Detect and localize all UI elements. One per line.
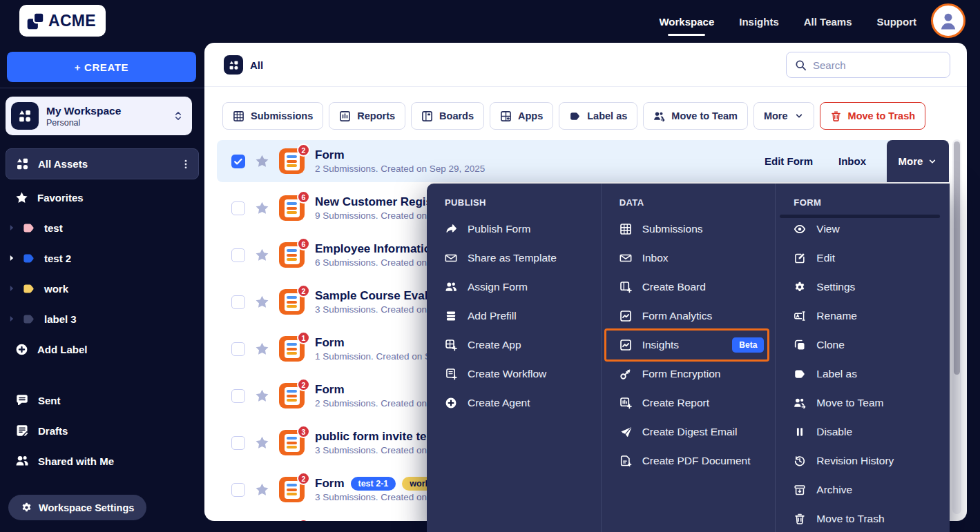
star-icon[interactable]	[255, 201, 269, 215]
menu-item-create-app[interactable]: Create App	[427, 331, 601, 359]
star-icon[interactable]	[255, 482, 269, 497]
caret-right-icon[interactable]	[7, 314, 17, 324]
menu-item-clone[interactable]: Clone	[776, 331, 950, 359]
menu-item-publish-form[interactable]: Publish Form	[427, 215, 601, 244]
sidebar-item-sent[interactable]: Sent	[6, 385, 199, 415]
sidebar-item-label-3[interactable]: label 3	[6, 304, 199, 334]
menu-item-create-board[interactable]: Create Board	[602, 273, 776, 302]
search-input[interactable]	[813, 59, 923, 71]
topnav-link-insights[interactable]: Insights	[739, 16, 779, 28]
toolbar-reports[interactable]: Reports	[329, 102, 405, 130]
submission-count-badge	[297, 519, 310, 521]
form-icon-doc	[285, 481, 300, 499]
toolbar-more[interactable]: More	[753, 102, 814, 130]
sidebar-item-test[interactable]: test	[6, 213, 199, 243]
report-icon	[339, 110, 351, 122]
menu-item-revision-history[interactable]: Revision History	[776, 446, 950, 475]
star-icon[interactable]	[255, 248, 269, 262]
menu-item-view[interactable]: View	[776, 215, 950, 244]
toolbar-label: Submissions	[251, 110, 313, 121]
menu-item-label: Insights	[642, 339, 679, 351]
sidebar-item-label: Drafts	[38, 425, 68, 437]
toolbar-move-to-trash[interactable]: Move to Trash	[820, 102, 926, 130]
caret-right-icon[interactable]	[7, 223, 17, 233]
sidebar-item-add-label[interactable]: Add Label	[6, 334, 199, 364]
workspace-selector[interactable]: My Workspace Personal	[6, 97, 192, 135]
scrollbar-thumb[interactable]	[954, 141, 960, 375]
form-icon-doc	[285, 434, 300, 452]
star-icon[interactable]	[255, 295, 269, 309]
toolbar-label-as[interactable]: Label as	[559, 102, 637, 130]
star-icon[interactable]	[255, 342, 269, 356]
scrollbar-track[interactable]	[952, 139, 961, 514]
sidebar-item-test-2[interactable]: test 2	[6, 243, 199, 273]
menu-item-label-as[interactable]: Label as	[776, 359, 950, 388]
workspace-settings-button[interactable]: Workspace Settings	[8, 495, 146, 520]
create-button[interactable]: + CREATE	[7, 52, 196, 82]
row-action-edit-form[interactable]: Edit Form	[765, 140, 813, 182]
topnav-link-all-teams[interactable]: All Teams	[804, 16, 852, 28]
menu-item-form-encryption[interactable]: Form Encryption	[602, 359, 776, 388]
row-checkbox[interactable]	[231, 436, 245, 450]
menu-item-add-prefill[interactable]: Add Prefill	[427, 302, 601, 331]
menu-item-inbox[interactable]: Inbox	[602, 244, 776, 273]
avatar[interactable]	[931, 3, 965, 38]
topnav-link-support[interactable]: Support	[877, 16, 917, 28]
menu-item-insights[interactable]: InsightsBeta	[602, 331, 776, 359]
menu-item-create-agent[interactable]: Create Agent	[427, 388, 601, 417]
row-action-inbox[interactable]: Inbox	[838, 140, 866, 182]
sidebar-item-favorites[interactable]: Favorites	[6, 182, 199, 213]
star-icon[interactable]	[255, 154, 269, 168]
form-icon-doc	[285, 293, 300, 311]
menu-item-form-analytics[interactable]: Form Analytics	[602, 302, 776, 331]
menu-item-create-report[interactable]: Create Report	[602, 388, 776, 417]
star-icon[interactable]	[255, 388, 269, 403]
toolbar-label: Boards	[439, 110, 474, 121]
menu-item-edit[interactable]: Edit	[776, 244, 950, 273]
sidebar-item-drafts[interactable]: Drafts	[6, 415, 199, 446]
row-checkbox[interactable]	[231, 295, 245, 309]
row-label-tag[interactable]: test 2-1	[351, 477, 396, 491]
star-icon[interactable]	[255, 435, 269, 450]
sidebar-item-work[interactable]: work	[6, 273, 199, 304]
menu-item-create-pdf-document[interactable]: Create PDF Document	[602, 446, 776, 475]
caret-right-icon[interactable]	[7, 253, 17, 263]
menu-item-disable[interactable]: Disable	[776, 417, 950, 446]
toolbar-boards[interactable]: Boards	[411, 102, 484, 130]
form-icon-doc	[285, 246, 300, 264]
row-title-line: Form	[315, 336, 431, 350]
menu-item-archive[interactable]: Archive	[776, 475, 950, 504]
row-title: New Customer Regis	[315, 195, 432, 209]
logo-squares-icon	[26, 12, 45, 30]
row-checkbox[interactable]	[231, 389, 245, 403]
menu-item-move-to-team[interactable]: Move to Team	[776, 388, 950, 417]
menu-item-rename[interactable]: Rename	[776, 302, 950, 331]
row-more-button[interactable]: More	[887, 140, 949, 182]
menu-item-move-to-trash[interactable]: Move to Trash	[776, 504, 950, 532]
menu-item-create-digest-email[interactable]: Create Digest Email	[602, 417, 776, 446]
topnav-link-workspace[interactable]: Workspace	[659, 16, 714, 28]
row-checkbox[interactable]	[231, 155, 245, 168]
toolbar-apps[interactable]: Apps	[490, 102, 553, 130]
toolbar-submissions[interactable]: Submissions	[222, 102, 323, 130]
sidebar-item-shared-with-me[interactable]: Shared with Me	[6, 446, 199, 476]
brand-logo[interactable]: ACME	[19, 5, 106, 37]
menu-item-assign-form[interactable]: Assign Form	[427, 273, 601, 302]
caret-right-icon[interactable]	[7, 284, 17, 293]
row-checkbox[interactable]	[231, 342, 245, 356]
workspace-texts: My Workspace Personal	[46, 105, 173, 128]
toolbar-move-to-team[interactable]: Move to Team	[643, 102, 748, 130]
row-checkbox[interactable]	[231, 201, 245, 215]
menu-item-label: Label as	[816, 368, 857, 380]
row-checkbox[interactable]	[231, 483, 245, 497]
menu-item-settings[interactable]: Settings	[776, 273, 950, 302]
menu-item-submissions[interactable]: Submissions	[602, 215, 776, 244]
menu-item-label: Rename	[816, 310, 857, 322]
kebab-icon[interactable]	[180, 159, 191, 170]
menu-item-share-as-template[interactable]: Share as Template	[427, 244, 601, 273]
form-icon-bar	[287, 249, 297, 252]
row-checkbox[interactable]	[231, 248, 245, 262]
list-item[interactable]: 2Form2 Submissions. Created on Sep 29, 2…	[217, 140, 949, 182]
menu-item-create-workflow[interactable]: Create Workflow	[427, 359, 601, 388]
sidebar-item-all-assets[interactable]: All Assets	[6, 148, 199, 179]
